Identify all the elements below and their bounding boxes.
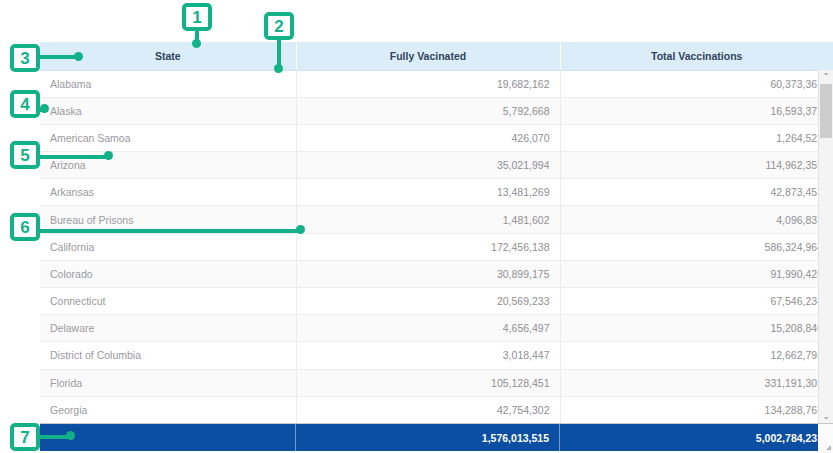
- cell-state: Georgia: [40, 396, 296, 423]
- cell-fully-vacinated: 426,070: [296, 124, 560, 151]
- cell-total-vaccinations: 60,373,367: [560, 70, 833, 97]
- table-row[interactable]: District of Columbia3,018,44712,662,798: [40, 342, 833, 369]
- table-row[interactable]: Georgia42,754,302134,288,765: [40, 396, 833, 423]
- callout-badge-7: 7: [10, 423, 40, 451]
- table-row[interactable]: Delaware4,656,49715,208,840: [40, 315, 833, 342]
- callout-badge-2: 2: [264, 12, 294, 40]
- callout-leader-5: [40, 155, 112, 159]
- cell-state: Delaware: [40, 315, 296, 342]
- table-row[interactable]: Alaska5,792,66816,593,372: [40, 97, 833, 124]
- cell-state: Arkansas: [40, 179, 296, 206]
- table-row[interactable]: Florida105,128,451331,191,302: [40, 369, 833, 396]
- cell-total-vaccinations: 331,191,302: [560, 369, 833, 396]
- cell-fully-vacinated: 19,682,162: [296, 70, 560, 97]
- cell-total-vaccinations: 1,264,522: [560, 124, 833, 151]
- table-body: Alabama19,682,16260,373,367Alaska5,792,6…: [40, 70, 833, 423]
- cell-total-vaccinations: 42,873,453: [560, 179, 833, 206]
- cell-state: District of Columbia: [40, 342, 296, 369]
- scrollbar-thumb[interactable]: [820, 84, 832, 138]
- table-row[interactable]: Arkansas13,481,26942,873,453: [40, 179, 833, 206]
- cell-fully-vacinated: 105,128,451: [296, 369, 560, 396]
- cell-state: Florida: [40, 369, 296, 396]
- cell-state: Colorado: [40, 260, 296, 287]
- callout-badge-6: 6: [10, 213, 40, 241]
- cell-fully-vacinated: 35,021,994: [296, 152, 560, 179]
- table-total-row[interactable]: 1,576,013,515 5,002,784,231: [40, 423, 833, 451]
- callout-badge-4: 4: [10, 90, 40, 118]
- table-row[interactable]: Colorado30,899,17591,990,426: [40, 260, 833, 287]
- cell-fully-vacinated: 3,018,447: [296, 342, 560, 369]
- callout-badge-1: 1: [182, 3, 212, 31]
- cell-state: California: [40, 233, 296, 260]
- callout-dot-2: [274, 64, 283, 73]
- table-row[interactable]: Alabama19,682,16260,373,367: [40, 70, 833, 97]
- cell-fully-vacinated: 30,899,175: [296, 260, 560, 287]
- table-row[interactable]: American Samoa426,0701,264,522: [40, 124, 833, 151]
- cell-state: Alaska: [40, 97, 296, 124]
- cell-fully-vacinated: 5,792,668: [296, 97, 560, 124]
- cell-total-vaccinations: 586,324,964: [560, 233, 833, 260]
- cell-total-vaccinations: 91,990,426: [560, 260, 833, 287]
- callout-dot-1: [192, 39, 201, 48]
- scroll-up-arrow-icon[interactable]: ⌃: [819, 70, 833, 83]
- callout-badge-5: 5: [10, 141, 40, 169]
- cell-total-vaccinations: 67,546,234: [560, 288, 833, 315]
- table-row[interactable]: California172,456,138586,324,964: [40, 233, 833, 260]
- cell-total-vaccinations: 114,962,359: [560, 152, 833, 179]
- callout-badge-3: 3: [10, 44, 40, 72]
- callout-dot-7: [66, 431, 75, 440]
- callout-leader-6: [40, 229, 302, 233]
- callout-dot-3: [74, 52, 83, 61]
- vaccination-table-screenshot: State Fully Vacinated Total Vaccinations…: [0, 0, 833, 453]
- cell-total-vaccinations: 134,288,765: [560, 396, 833, 423]
- cell-fully-vacinated: 172,456,138: [296, 233, 560, 260]
- cell-state: Alabama: [40, 70, 296, 97]
- table-header: State Fully Vacinated Total Vaccinations: [40, 42, 833, 70]
- cell-fully-vacinated: 13,481,269: [296, 179, 560, 206]
- cell-total-vaccinations: 16,593,372: [560, 97, 833, 124]
- data-table-container[interactable]: State Fully Vacinated Total Vaccinations…: [40, 42, 833, 453]
- cell-fully-vacinated: 20,569,233: [296, 288, 560, 315]
- column-header-fully-vacinated[interactable]: Fully Vacinated: [296, 42, 560, 70]
- cell-fully-vacinated: 4,656,497: [296, 315, 560, 342]
- vertical-scrollbar[interactable]: ⌃ ⌄: [818, 70, 833, 423]
- column-header-total-vaccinations[interactable]: Total Vaccinations: [560, 42, 833, 70]
- cell-fully-vacinated: 42,754,302: [296, 396, 560, 423]
- total-row-state-cell: [40, 424, 296, 451]
- cell-state: Connecticut: [40, 288, 296, 315]
- cell-total-vaccinations: 15,208,840: [560, 315, 833, 342]
- scroll-down-arrow-icon[interactable]: ⌄: [819, 410, 833, 423]
- table-row[interactable]: Arizona35,021,994114,962,359: [40, 152, 833, 179]
- total-row-total-vaccinations-cell: 5,002,784,231: [560, 424, 833, 451]
- table-row[interactable]: Connecticut20,569,23367,546,234: [40, 288, 833, 315]
- table-header-row: State Fully Vacinated Total Vaccinations: [40, 42, 833, 70]
- cell-total-vaccinations: 12,662,798: [560, 342, 833, 369]
- cell-total-vaccinations: 4,096,837: [560, 206, 833, 233]
- cell-fully-vacinated: 1,481,602: [296, 206, 560, 233]
- callout-dot-6: [296, 225, 305, 234]
- callout-dot-5: [104, 151, 113, 160]
- resize-handle-corner[interactable]: [818, 424, 833, 452]
- total-row-fully-vacinated-cell: 1,576,013,515: [296, 424, 560, 451]
- callout-dot-4: [40, 104, 49, 113]
- cell-state: American Samoa: [40, 124, 296, 151]
